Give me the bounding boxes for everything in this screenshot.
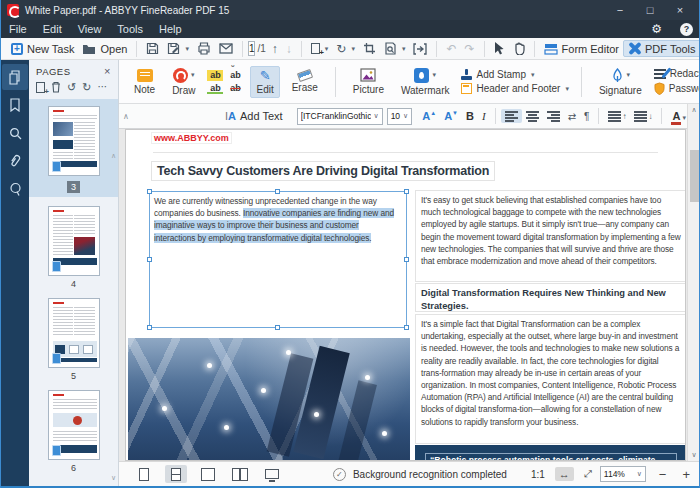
crop-button[interactable] bbox=[359, 41, 380, 56]
document-page[interactable]: www.ABBYY.com Tech Savvy Customers Are D… bbox=[125, 129, 686, 461]
paragraph-settings-button[interactable]: ¶ bbox=[580, 109, 593, 124]
page-thumbnail-selected[interactable]: 3 bbox=[29, 99, 118, 197]
print-button[interactable] bbox=[193, 41, 215, 56]
header-footer-button[interactable]: Header and Footer ▾ bbox=[461, 83, 568, 94]
actual-size-button[interactable]: 1:1 bbox=[531, 469, 545, 480]
insert-text-button[interactable]: ab bbox=[227, 70, 243, 81]
underline-button[interactable]: ab bbox=[207, 83, 223, 94]
rotate-right-icon[interactable]: ↻ bbox=[82, 82, 91, 93]
page-thumbnail[interactable]: 4 bbox=[29, 206, 118, 289]
decrease-line-spacing-button[interactable]: ↓ bbox=[630, 109, 656, 123]
scroll-up-icon[interactable]: ∧ bbox=[688, 106, 700, 114]
pages-panel-tab[interactable] bbox=[2, 64, 28, 90]
select-tool-button[interactable] bbox=[490, 41, 509, 56]
panel-scroll-up-icon[interactable]: ∧ bbox=[111, 152, 116, 160]
close-button[interactable]: × bbox=[665, 4, 695, 16]
open-button[interactable]: Open bbox=[78, 42, 131, 56]
page-5-thumbnail[interactable] bbox=[48, 298, 100, 368]
justify-button[interactable]: ⇄ bbox=[564, 109, 580, 124]
zoom-level-select[interactable]: 114% ∨ bbox=[600, 466, 646, 482]
scroll-down-icon[interactable]: ∨ bbox=[688, 451, 700, 459]
password-security-button[interactable]: Password Security bbox=[654, 82, 700, 95]
cityscape-image[interactable] bbox=[128, 338, 410, 461]
increase-font-button[interactable]: A▲ bbox=[418, 108, 440, 124]
scrollbar-thumb[interactable] bbox=[690, 150, 699, 202]
page-thumbnail[interactable]: 5 bbox=[29, 298, 118, 381]
rotate-left-icon[interactable]: ↺ bbox=[67, 82, 76, 93]
selection-handle[interactable] bbox=[404, 189, 409, 194]
menu-edit[interactable]: Edit bbox=[43, 23, 62, 35]
pdf-tools-button[interactable]: PDF Tools bbox=[623, 40, 700, 57]
right-column-paragraph-2[interactable]: It's a simple fact that Digital Transfor… bbox=[415, 314, 686, 444]
selection-handle[interactable] bbox=[147, 189, 152, 194]
draw-button[interactable]: ▾ Draw bbox=[167, 66, 200, 98]
two-page-view-button[interactable] bbox=[197, 465, 219, 483]
email-button[interactable] bbox=[215, 42, 237, 55]
selection-handle[interactable] bbox=[404, 325, 409, 330]
fit-page-button[interactable]: ⤢ bbox=[584, 468, 590, 480]
right-column-subheading[interactable]: Digital Transformation Requires New Thin… bbox=[415, 283, 686, 312]
search-panel-tab[interactable] bbox=[2, 120, 28, 146]
watermark-button[interactable]: ▾ Watermark bbox=[396, 66, 455, 98]
erase-button[interactable]: Erase bbox=[287, 69, 323, 95]
undo-button[interactable]: ↶ bbox=[442, 42, 460, 56]
menu-view[interactable]: View bbox=[78, 23, 102, 35]
page-3-thumbnail[interactable] bbox=[48, 106, 100, 176]
search-document-button[interactable]: ▾ bbox=[380, 41, 410, 56]
selection-handle[interactable] bbox=[147, 325, 152, 330]
align-center-button[interactable] bbox=[522, 109, 543, 123]
maximize-button[interactable]: □ bbox=[635, 4, 665, 16]
zoom-out-button[interactable]: − bbox=[656, 467, 670, 482]
menu-tools[interactable]: Tools bbox=[117, 23, 143, 35]
page-number-input[interactable]: 1 bbox=[248, 41, 256, 56]
two-page-scroll-view-button[interactable] bbox=[229, 465, 251, 483]
add-stamp-button[interactable]: Add Stamp ▾ bbox=[461, 69, 568, 80]
redo-button[interactable]: ↷ bbox=[461, 42, 479, 56]
selected-text-block[interactable]: We are currently witnessing unprecedente… bbox=[149, 191, 407, 328]
add-pages-button[interactable]: ▾ bbox=[307, 42, 333, 55]
add-page-icon[interactable] bbox=[36, 82, 45, 93]
attachments-panel-tab[interactable] bbox=[2, 148, 28, 174]
page-thumbnail[interactable]: 6 bbox=[29, 390, 118, 473]
collapse-panel-icon[interactable]: ∧ bbox=[119, 112, 133, 121]
close-panel-icon[interactable]: × bbox=[104, 65, 111, 77]
italic-button[interactable]: I bbox=[478, 108, 490, 124]
next-page-button[interactable]: ↓ bbox=[282, 42, 296, 56]
page-6-thumbnail[interactable] bbox=[48, 390, 100, 460]
redact-button[interactable]: Redact ▾ bbox=[654, 68, 700, 79]
bold-button[interactable]: B bbox=[462, 108, 478, 124]
new-task-button[interactable]: + New Task bbox=[7, 42, 78, 56]
settings-gear-icon[interactable]: ⚙ bbox=[651, 22, 662, 36]
menu-help[interactable]: Help bbox=[159, 23, 182, 35]
digital-signatures-panel-tab[interactable] bbox=[2, 176, 28, 202]
previous-page-button[interactable]: ↑ bbox=[268, 42, 282, 56]
single-page-view-button[interactable] bbox=[133, 465, 155, 483]
selection-handle[interactable] bbox=[147, 257, 152, 262]
abbyy-website-link[interactable]: www.ABBYY.com bbox=[151, 132, 232, 144]
help-icon[interactable]: ? bbox=[680, 23, 693, 36]
bookmarks-panel-tab[interactable] bbox=[2, 92, 28, 118]
signature-button[interactable]: ▾ Signature bbox=[594, 66, 647, 98]
zoom-in-button[interactable]: + bbox=[679, 467, 693, 482]
selection-handle[interactable] bbox=[275, 189, 280, 194]
convert-button[interactable] bbox=[409, 42, 431, 56]
document-scrollbar[interactable]: ∧ ∨ bbox=[687, 104, 700, 461]
increase-line-spacing-button[interactable]: ↑ bbox=[604, 109, 630, 123]
quote-callout-box[interactable]: “Robotic process automation tools cut co… bbox=[415, 445, 686, 461]
selection-handle[interactable] bbox=[404, 257, 409, 262]
delete-page-icon[interactable] bbox=[51, 81, 61, 93]
highlight-button[interactable]: ab bbox=[207, 70, 223, 81]
fullscreen-view-button[interactable] bbox=[261, 465, 283, 483]
selection-handle[interactable] bbox=[275, 325, 280, 330]
save-as-button[interactable]: ▾ bbox=[163, 41, 193, 56]
picture-button[interactable]: Picture bbox=[348, 66, 389, 97]
minimize-button[interactable]: − bbox=[605, 4, 635, 16]
font-family-select[interactable]: [ITCFranklinGothic] ∨ bbox=[297, 108, 383, 125]
align-right-button[interactable] bbox=[543, 109, 564, 123]
note-button[interactable]: Note bbox=[129, 67, 160, 97]
panel-scroll-down-icon[interactable]: ∨ bbox=[111, 474, 116, 482]
hand-tool-button[interactable] bbox=[509, 41, 529, 56]
more-options-icon[interactable]: ⋯ bbox=[97, 82, 107, 92]
edit-button[interactable]: ✎ Edit bbox=[250, 66, 279, 98]
document-heading[interactable]: Tech Savvy Customers Are Driving Digital… bbox=[151, 161, 495, 181]
